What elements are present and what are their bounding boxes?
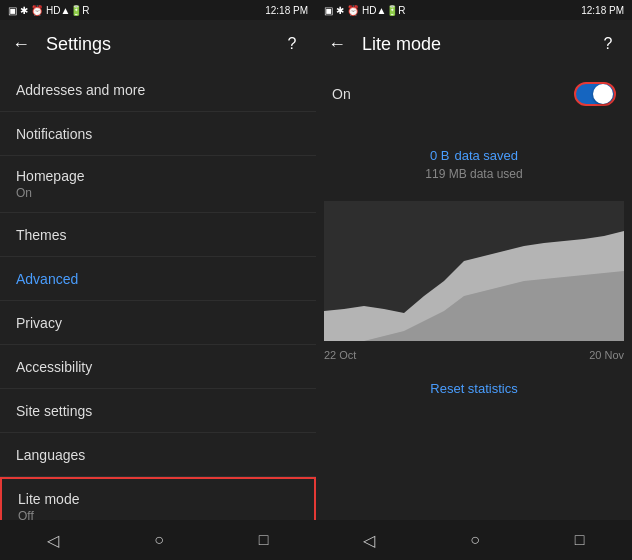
chart-start-date: 22 Oct (324, 349, 356, 361)
right-panel: ▣ ✱ ⏰ HD▲🔋R 12:18 PM ← Lite mode ? On 0 … (316, 0, 632, 560)
settings-label-themes: Themes (16, 227, 300, 243)
chart-dates: 22 Oct 20 Nov (316, 345, 632, 365)
lite-mode-content: On 0 B data saved 119 MB data used (316, 68, 632, 520)
alarm-icon-right: ⏰ (347, 5, 359, 16)
settings-label-site-settings: Site settings (16, 403, 300, 419)
toggle-label: On (332, 86, 351, 102)
signal-icons-right: HD▲🔋R (362, 5, 406, 16)
settings-item-advanced[interactable]: Advanced (0, 257, 316, 301)
settings-label-advanced: Advanced (16, 271, 300, 287)
lite-mode-title: Lite mode (362, 34, 596, 55)
status-time-left: 12:18 PM (265, 5, 308, 16)
bluetooth-icon-right: ✱ (336, 5, 344, 16)
data-used: 119 MB data used (332, 167, 616, 181)
status-bar-right: ▣ ✱ ⏰ HD▲🔋R 12:18 PM (316, 0, 632, 20)
status-time-right: 12:18 PM (581, 5, 624, 16)
reset-statistics-button[interactable]: Reset statistics (316, 365, 632, 412)
toggle-switch[interactable] (574, 82, 616, 106)
status-bar-left: ▣ ✱ ⏰ HD▲🔋R 12:18 PM (0, 0, 316, 20)
settings-item-privacy[interactable]: Privacy (0, 301, 316, 345)
settings-item-themes[interactable]: Themes (0, 213, 316, 257)
settings-item-homepage[interactable]: Homepage On (0, 156, 316, 213)
help-button-right[interactable]: ? (596, 35, 620, 53)
back-button-right[interactable]: ← (328, 34, 346, 55)
chart-end-date: 20 Nov (589, 349, 624, 361)
lite-mode-toolbar: ← Lite mode ? (316, 20, 632, 68)
left-panel: ▣ ✱ ⏰ HD▲🔋R 12:18 PM ← Settings ? Addres… (0, 0, 316, 560)
page-title: Settings (46, 34, 280, 55)
settings-item-notifications[interactable]: Notifications (0, 112, 316, 156)
help-button[interactable]: ? (280, 35, 304, 53)
nav-bar-right: ◁ ○ □ (316, 520, 632, 560)
settings-item-addresses[interactable]: Addresses and more (0, 68, 316, 112)
data-saved-amount: 0 B data saved (332, 144, 616, 165)
home-nav-icon[interactable]: ○ (154, 531, 164, 549)
app-icon: ▣ (8, 5, 17, 16)
back-nav-icon-right[interactable]: ◁ (363, 531, 375, 550)
signal-icons: HD▲🔋R (46, 5, 90, 16)
settings-label-addresses: Addresses and more (16, 82, 300, 98)
settings-item-languages[interactable]: Languages (0, 433, 316, 477)
back-button[interactable]: ← (12, 34, 30, 55)
alarm-icon: ⏰ (31, 5, 43, 16)
settings-item-accessibility[interactable]: Accessibility (0, 345, 316, 389)
chart-svg (324, 201, 624, 341)
settings-label-languages: Languages (16, 447, 300, 463)
data-saved-section: 0 B data saved 119 MB data used (316, 120, 632, 189)
settings-label-notifications: Notifications (16, 126, 300, 142)
settings-sublabel-homepage: On (16, 186, 300, 200)
settings-list: Addresses and more Notifications Homepag… (0, 68, 316, 520)
nav-bar-left: ◁ ○ □ (0, 520, 316, 560)
settings-label-privacy: Privacy (16, 315, 300, 331)
home-nav-icon-right[interactable]: ○ (470, 531, 480, 549)
settings-item-lite-mode[interactable]: Lite mode Off (0, 477, 316, 520)
settings-item-site-settings[interactable]: Site settings (0, 389, 316, 433)
app-icon-right: ▣ (324, 5, 333, 16)
settings-label-lite-mode: Lite mode (18, 491, 298, 507)
recent-nav-icon-right[interactable]: □ (575, 531, 585, 549)
settings-label-homepage: Homepage (16, 168, 300, 184)
toggle-row: On (316, 68, 632, 120)
back-nav-icon[interactable]: ◁ (47, 531, 59, 550)
status-right-left-icons: ▣ ✱ ⏰ HD▲🔋R (324, 5, 406, 16)
settings-toolbar: ← Settings ? (0, 20, 316, 68)
settings-sublabel-lite-mode: Off (18, 509, 298, 520)
bluetooth-icon: ✱ (20, 5, 28, 16)
settings-label-accessibility: Accessibility (16, 359, 300, 375)
toggle-knob (593, 84, 613, 104)
data-chart (324, 201, 624, 341)
recent-nav-icon[interactable]: □ (259, 531, 269, 549)
status-left-icons: ▣ ✱ ⏰ HD▲🔋R (8, 5, 90, 16)
